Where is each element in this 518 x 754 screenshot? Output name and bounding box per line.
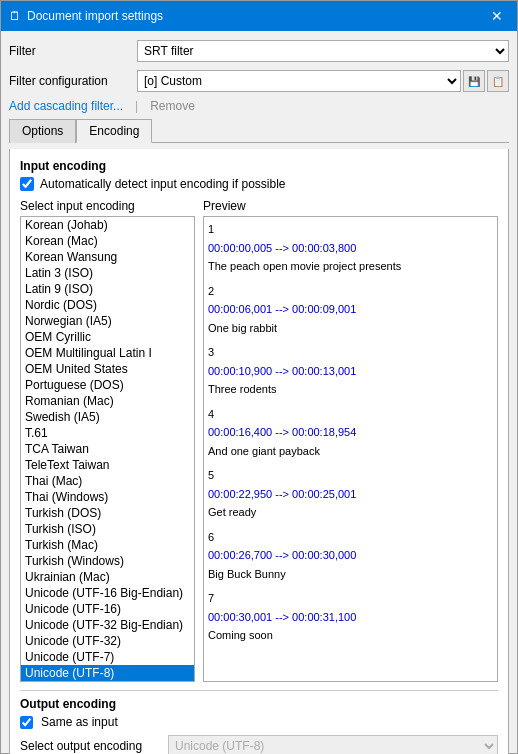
preview-num: 6 xyxy=(208,529,493,546)
cascading-filter-row: Add cascading filter... | Remove xyxy=(9,99,509,113)
list-item[interactable]: Unicode (UTF-7) xyxy=(21,649,194,665)
auto-detect-label: Automatically detect input encoding if p… xyxy=(40,177,285,191)
preview-text: One big rabbit xyxy=(208,320,493,337)
list-item[interactable]: Unicode (UTF-8) xyxy=(21,665,194,681)
filter-config-label: Filter configuration xyxy=(9,74,129,88)
list-item[interactable]: T.61 xyxy=(21,425,194,441)
list-item[interactable]: Thai (Mac) xyxy=(21,473,194,489)
filter-config-select[interactable]: [o] Custom xyxy=(137,70,461,92)
preview-time: 00:00:22,950 --> 00:00:25,001 xyxy=(208,486,493,503)
list-item[interactable]: OEM Cyrillic xyxy=(21,329,194,345)
list-item[interactable]: Turkish (ISO) xyxy=(21,521,194,537)
list-item[interactable]: Romanian (Mac) xyxy=(21,393,194,409)
list-item[interactable]: Portuguese (DOS) xyxy=(21,377,194,393)
title-bar: 🗒 Document import settings ✕ xyxy=(1,1,517,31)
encoding-list-pane: Select input encoding Korean (Johab)Kore… xyxy=(20,199,195,682)
select-output-label: Select output encoding xyxy=(20,739,160,753)
config-saveas-btn[interactable]: 📋 xyxy=(487,70,509,92)
filter-row: Filter SRT filter xyxy=(9,39,509,63)
input-encoding-title: Input encoding xyxy=(20,159,498,173)
list-item[interactable]: Latin 3 (ISO) xyxy=(21,265,194,281)
same-as-input-checkbox[interactable] xyxy=(20,716,33,729)
preview-text: And one giant payback xyxy=(208,443,493,460)
preview-label: Preview xyxy=(203,199,498,213)
preview-box: 100:00:00,005 --> 00:00:03,800The peach … xyxy=(203,216,498,682)
filter-label: Filter xyxy=(9,44,129,58)
preview-text: Coming soon xyxy=(208,627,493,644)
list-item[interactable]: Turkish (Mac) xyxy=(21,537,194,553)
list-item[interactable]: Turkish (Windows) xyxy=(21,553,194,569)
main-window: 🗒 Document import settings ✕ Filter SRT … xyxy=(0,0,518,754)
list-item[interactable]: Turkish (DOS) xyxy=(21,505,194,521)
list-item[interactable]: Unicode (UTF-32) xyxy=(21,633,194,649)
tab-bar: Options Encoding xyxy=(9,119,509,143)
list-item[interactable]: Korean Wansung xyxy=(21,249,194,265)
preview-time: 00:00:10,900 --> 00:00:13,001 xyxy=(208,363,493,380)
list-item[interactable]: Nordic (DOS) xyxy=(21,297,194,313)
list-item[interactable]: Korean (Mac) xyxy=(21,233,194,249)
filter-config-row: Filter configuration [o] Custom 💾 📋 xyxy=(9,69,509,93)
tab-content-encoding: Input encoding Automatically detect inpu… xyxy=(9,149,509,754)
list-item[interactable]: Korean (Johab) xyxy=(21,217,194,233)
preview-num: 2 xyxy=(208,283,493,300)
tab-options[interactable]: Options xyxy=(9,119,76,143)
select-output-row: Select output encoding Unicode (UTF-8) xyxy=(20,735,498,754)
preview-text: Big Buck Bunny xyxy=(208,566,493,583)
preview-num: 3 xyxy=(208,344,493,361)
config-save-btn[interactable]: 💾 xyxy=(463,70,485,92)
separator: | xyxy=(135,99,138,113)
list-item[interactable]: Swedish (IA5) xyxy=(21,409,194,425)
list-item[interactable]: Ukrainian (Mac) xyxy=(21,569,194,585)
dialog-content: Filter SRT filter Filter configuration [… xyxy=(1,31,517,754)
preview-time: 00:00:30,001 --> 00:00:31,100 xyxy=(208,609,493,626)
preview-num: 1 xyxy=(208,221,493,238)
preview-num: 5 xyxy=(208,467,493,484)
preview-time: 00:00:06,001 --> 00:00:09,001 xyxy=(208,301,493,318)
list-item[interactable]: Unicode (UTF-16) xyxy=(21,601,194,617)
list-item[interactable]: Norwegian (IA5) xyxy=(21,313,194,329)
list-item[interactable]: TCA Taiwan xyxy=(21,441,194,457)
auto-detect-checkbox[interactable] xyxy=(20,177,34,191)
preview-text: Get ready xyxy=(208,504,493,521)
list-item[interactable]: OEM Multilingual Latin I xyxy=(21,345,194,361)
preview-time: 00:00:26,700 --> 00:00:30,000 xyxy=(208,547,493,564)
encoding-panes: Select input encoding Korean (Johab)Kore… xyxy=(20,199,498,682)
input-encoding-section: Input encoding Automatically detect inpu… xyxy=(20,159,498,191)
list-item[interactable]: Thai (Windows) xyxy=(21,489,194,505)
output-encoding-section: Output encoding Same as input Select out… xyxy=(20,690,498,754)
window-icon: 🗒 xyxy=(9,9,21,23)
preview-num: 7 xyxy=(208,590,493,607)
same-as-input-row: Same as input xyxy=(20,715,498,729)
list-item[interactable]: Unicode (UTF-16 Big-Endian) xyxy=(21,585,194,601)
remove-link[interactable]: Remove xyxy=(150,99,195,113)
output-encoding-title: Output encoding xyxy=(20,697,498,711)
window-title: Document import settings xyxy=(27,9,163,23)
preview-time: 00:00:16,400 --> 00:00:18,954 xyxy=(208,424,493,441)
preview-num: 4 xyxy=(208,406,493,423)
list-item[interactable]: Unicode (UTF-32 Big-Endian) xyxy=(21,617,194,633)
preview-text: Three rodents xyxy=(208,381,493,398)
same-as-input-label: Same as input xyxy=(41,715,118,729)
list-item[interactable]: OEM United States xyxy=(21,361,194,377)
tab-encoding[interactable]: Encoding xyxy=(76,119,152,143)
output-encoding-select[interactable]: Unicode (UTF-8) xyxy=(168,735,498,754)
list-item[interactable]: TeleText Taiwan xyxy=(21,457,194,473)
add-cascading-link[interactable]: Add cascading filter... xyxy=(9,99,123,113)
preview-time: 00:00:00,005 --> 00:00:03,800 xyxy=(208,240,493,257)
preview-text: The peach open movie project presents xyxy=(208,258,493,275)
filter-select[interactable]: SRT filter xyxy=(137,40,509,62)
select-input-label: Select input encoding xyxy=(20,199,195,213)
encoding-listbox[interactable]: Korean (Johab)Korean (Mac)Korean Wansung… xyxy=(20,216,195,682)
list-item[interactable]: Latin 9 (ISO) xyxy=(21,281,194,297)
preview-pane: Preview 100:00:00,005 --> 00:00:03,800Th… xyxy=(203,199,498,682)
close-button[interactable]: ✕ xyxy=(485,7,509,25)
auto-detect-row: Automatically detect input encoding if p… xyxy=(20,177,498,191)
